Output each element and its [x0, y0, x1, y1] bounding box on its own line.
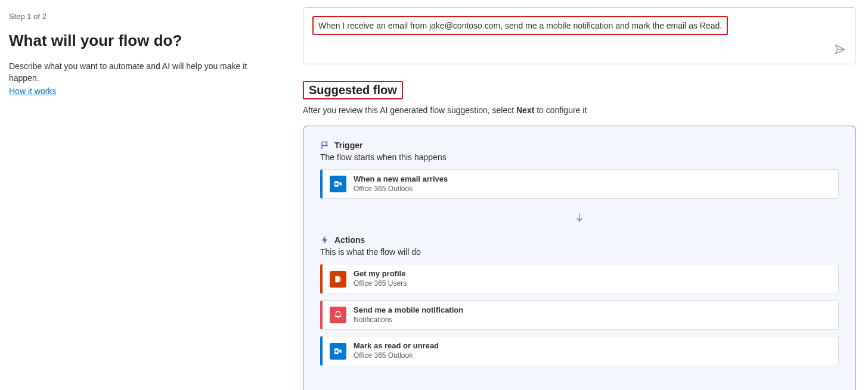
svg-rect-1: [335, 276, 339, 282]
send-icon[interactable]: [834, 43, 846, 55]
action-card[interactable]: Mark as read or unread Office 365 Outloo…: [320, 336, 839, 366]
action-card-title: Mark as read or unread: [354, 341, 831, 351]
action-card-title: Send me a mobile notification: [354, 305, 831, 316]
description-text: Describe what you want to automate and A…: [9, 61, 274, 84]
trigger-section-header: Trigger: [320, 141, 839, 150]
actions-section-header: Actions: [320, 235, 839, 245]
notification-bell-icon: [330, 307, 346, 323]
trigger-card[interactable]: When a new email arrives Office 365 Outl…: [320, 169, 839, 199]
actions-label: Actions: [334, 235, 365, 245]
office-users-icon: [330, 271, 346, 288]
prompt-input-box[interactable]: When I receive an email from jake@contos…: [303, 7, 856, 64]
page-title: What will your flow do?: [9, 32, 274, 50]
action-card[interactable]: Send me a mobile notification Notificati…: [320, 300, 839, 330]
action-card-connector: Notifications: [354, 316, 831, 325]
action-card-connector: Office 365 Outlook: [354, 351, 831, 361]
right-panel: When I receive an email from jake@contos…: [292, 0, 868, 390]
trigger-subtitle: The flow starts when this happens: [320, 152, 839, 162]
action-card-connector: Office 365 Users: [354, 279, 831, 289]
step-indicator: Step 1 of 2: [9, 12, 274, 21]
subtext-before: After you review this AI generated flow …: [303, 105, 516, 115]
action-card-text: Mark as read or unread Office 365 Outloo…: [354, 341, 831, 360]
action-card-text: Send me a mobile notification Notificati…: [354, 305, 831, 325]
actions-subtitle: This is what the flow will do: [320, 247, 839, 257]
suggested-flow-subtext: After you review this AI generated flow …: [303, 105, 856, 115]
subtext-after: to configure it: [534, 105, 587, 115]
flag-icon: [320, 141, 330, 150]
arrow-down-icon: [320, 205, 839, 235]
action-card[interactable]: Get my profile Office 365 Users: [320, 264, 839, 294]
suggested-flow-header: Suggested flow: [303, 81, 403, 99]
trigger-label: Trigger: [334, 141, 362, 150]
trigger-card-connector: Office 365 Outlook: [354, 185, 831, 194]
flow-container: Trigger The flow starts when this happen…: [303, 126, 856, 390]
how-it-works-link[interactable]: How it works: [9, 86, 56, 96]
outlook-icon: [330, 343, 346, 360]
trigger-card-text: When a new email arrives Office 365 Outl…: [354, 174, 831, 194]
subtext-bold: Next: [516, 105, 534, 115]
svg-rect-2: [339, 277, 340, 281]
action-card-text: Get my profile Office 365 Users: [354, 269, 831, 288]
action-card-title: Get my profile: [354, 269, 831, 279]
outlook-icon: [330, 176, 346, 192]
bolt-icon: [320, 235, 330, 245]
trigger-card-title: When a new email arrives: [354, 174, 831, 185]
prompt-text: When I receive an email from jake@contos…: [312, 16, 728, 35]
left-panel: Step 1 of 2 What will your flow do? Desc…: [0, 0, 292, 390]
